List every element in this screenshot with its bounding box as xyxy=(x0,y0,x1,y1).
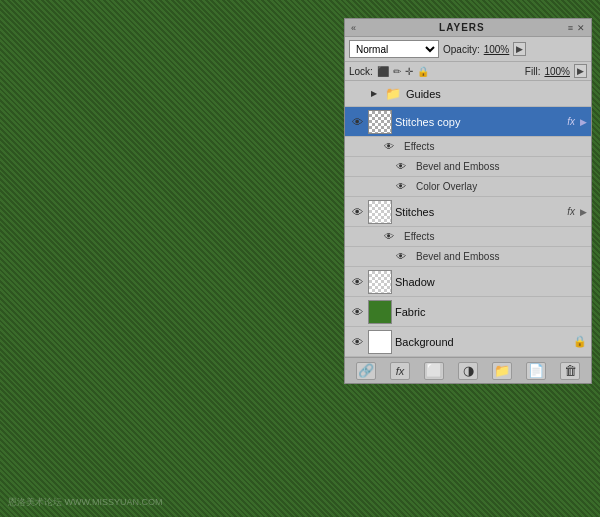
layer-name-stitches-copy: Stitches copy xyxy=(395,116,562,128)
lock-pixel-icon[interactable]: ⬛ xyxy=(377,66,389,77)
link-layers-button[interactable]: 🔗 xyxy=(356,362,376,380)
layers-panel: « LAYERS ≡ ✕ Normal Opacity: 100% ▶ Lock… xyxy=(344,18,592,384)
panel-toolbar: 🔗 fx ⬜ ◑ 📁 📄 🗑 xyxy=(345,357,591,383)
expand-guides[interactable]: ▶ xyxy=(368,86,380,102)
scroll-right-stitches: ▶ xyxy=(580,207,587,217)
scroll-right-indicator: ▶ xyxy=(580,117,587,127)
folder-icon-guides: 📁 xyxy=(383,86,403,102)
layer-row-stitches-copy[interactable]: 👁 Stitches copy fx ▶ xyxy=(345,107,591,137)
layer-name-shadow: Shadow xyxy=(395,276,587,288)
layer-name-guides: Guides xyxy=(406,88,587,100)
panel-header: « LAYERS ≡ ✕ xyxy=(345,19,591,37)
effects-group-stitches-copy[interactable]: 👁 Effects xyxy=(345,137,591,157)
fill-arrow[interactable]: ▶ xyxy=(574,64,587,78)
visibility-bevel-s[interactable]: 👁 xyxy=(393,249,409,265)
layer-row-guides[interactable]: ▶ 📁 Guides xyxy=(345,81,591,107)
color-overlay-stitches-copy[interactable]: 👁 Color Overlay xyxy=(345,177,591,197)
color-overlay-label-sc: Color Overlay xyxy=(412,181,477,192)
lock-all-icon[interactable]: 🔒 xyxy=(417,66,429,77)
fx-badge-stitches: fx xyxy=(567,206,575,217)
new-layer-button[interactable]: 📄 xyxy=(526,362,546,380)
layer-thumb-stitches-copy xyxy=(368,110,392,134)
lock-label: Lock: xyxy=(349,66,373,77)
opacity-label: Opacity: xyxy=(443,44,480,55)
lock-badge-background: 🔒 xyxy=(573,335,587,348)
visibility-background[interactable]: 👁 xyxy=(349,334,365,350)
visibility-stitches[interactable]: 👁 xyxy=(349,204,365,220)
layers-list: ▶ 📁 Guides 👁 Stitches copy fx ▶ 👁 Effect… xyxy=(345,81,591,357)
blend-mode-row: Normal Opacity: 100% ▶ xyxy=(345,37,591,62)
delete-layer-button[interactable]: 🗑 xyxy=(560,362,580,380)
watermark: 恩洛美术论坛 WWW.MISSYUAN.COM xyxy=(8,496,163,509)
group-button[interactable]: 📁 xyxy=(492,362,512,380)
bevel-emboss-label-sc: Bevel and Emboss xyxy=(412,161,499,172)
visibility-effects-s[interactable]: 👁 xyxy=(381,229,397,245)
visibility-stitches-copy[interactable]: 👁 xyxy=(349,114,365,130)
layer-name-stitches: Stitches xyxy=(395,206,562,218)
lock-row: Lock: ⬛ ✏ ✛ 🔒 Fill: 100% ▶ xyxy=(345,62,591,81)
add-mask-button[interactable]: ⬜ xyxy=(424,362,444,380)
layer-name-background: Background xyxy=(395,336,570,348)
visibility-bevel-sc[interactable]: 👁 xyxy=(393,159,409,175)
fill-value[interactable]: 100% xyxy=(544,66,570,77)
double-arrow-icon[interactable]: « xyxy=(351,23,356,33)
panel-title: LAYERS xyxy=(439,22,485,33)
layer-row-shadow[interactable]: 👁 Shadow xyxy=(345,267,591,297)
panel-close-icon[interactable]: ✕ xyxy=(577,23,585,33)
lock-move-icon[interactable]: ✛ xyxy=(405,66,413,77)
visibility-shadow[interactable]: 👁 xyxy=(349,274,365,290)
blend-mode-select[interactable]: Normal xyxy=(349,40,439,58)
layer-row-fabric[interactable]: 👁 Fabric xyxy=(345,297,591,327)
opacity-arrow[interactable]: ▶ xyxy=(513,42,526,56)
lock-paint-icon[interactable]: ✏ xyxy=(393,66,401,77)
bevel-emboss-stitches-copy[interactable]: 👁 Bevel and Emboss xyxy=(345,157,591,177)
layer-name-fabric: Fabric xyxy=(395,306,587,318)
layer-row-stitches[interactable]: 👁 Stitches fx ▶ xyxy=(345,197,591,227)
fx-badge-stitches-copy: fx xyxy=(567,116,575,127)
fill-label: Fill: xyxy=(525,66,541,77)
bevel-emboss-label-s: Bevel and Emboss xyxy=(412,251,499,262)
effects-label-s: Effects xyxy=(400,231,434,242)
effects-label-sc: Effects xyxy=(400,141,434,152)
opacity-value[interactable]: 100% xyxy=(484,44,510,55)
effects-group-stitches[interactable]: 👁 Effects xyxy=(345,227,591,247)
layer-thumb-stitches xyxy=(368,200,392,224)
bevel-emboss-stitches[interactable]: 👁 Bevel and Emboss xyxy=(345,247,591,267)
panel-controls: ≡ ✕ xyxy=(568,23,585,33)
visibility-effects-sc[interactable]: 👁 xyxy=(381,139,397,155)
visibility-fabric[interactable]: 👁 xyxy=(349,304,365,320)
visibility-guides[interactable] xyxy=(349,86,365,102)
layer-thumb-shadow xyxy=(368,270,392,294)
layer-thumb-background xyxy=(368,330,392,354)
layer-row-background[interactable]: 👁 Background 🔒 xyxy=(345,327,591,357)
layer-thumb-fabric xyxy=(368,300,392,324)
panel-menu-icon[interactable]: ≡ xyxy=(568,23,573,33)
fx-button[interactable]: fx xyxy=(390,362,410,380)
visibility-coloroverlay-sc[interactable]: 👁 xyxy=(393,179,409,195)
new-fill-button[interactable]: ◑ xyxy=(458,362,478,380)
